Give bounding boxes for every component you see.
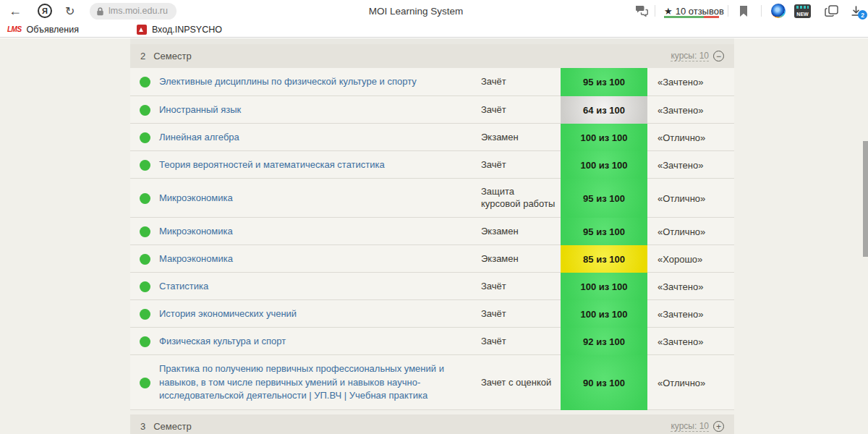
course-link[interactable]: Микроэкономика bbox=[159, 218, 481, 245]
collapse-section-icon[interactable]: − bbox=[713, 51, 724, 61]
table-row: Линейная алгебра Экзамен 100 из 100 «Отл… bbox=[130, 124, 734, 151]
status-dot-cell bbox=[130, 355, 159, 410]
table-row: Статистика Зачёт 100 из 100 «Зачтено» bbox=[130, 273, 734, 300]
lms-logo-icon: LMS bbox=[7, 25, 22, 33]
lock-icon bbox=[96, 7, 104, 16]
rating-bar-positive bbox=[664, 16, 704, 18]
table-row: Микроэкономика Экзамен 95 из 100 «Отличн… bbox=[130, 218, 734, 245]
section-title: Семестр bbox=[153, 421, 191, 432]
vertical-scrollbar-thumb[interactable] bbox=[863, 141, 868, 257]
green-status-dot bbox=[140, 378, 150, 388]
status-dot-cell bbox=[130, 68, 159, 96]
green-status-dot bbox=[140, 77, 150, 88]
bookmark-label: Вход.INPSYCHO bbox=[152, 25, 222, 35]
courses-count-link[interactable]: курсы: 10 bbox=[671, 421, 709, 432]
grades-table: 2 Семестр курсы: 10 − Элективные дисципл… bbox=[130, 38, 734, 434]
green-status-dot bbox=[140, 336, 150, 347]
status-dot-cell bbox=[130, 328, 159, 355]
page-title: MOI Learning System bbox=[369, 0, 464, 22]
download-count-badge: 2 bbox=[858, 10, 867, 20]
course-link[interactable]: История экономических учений bbox=[159, 300, 481, 328]
assessment-type: Зачёт bbox=[481, 300, 561, 328]
course-link[interactable]: Теория вероятностей и математическая ста… bbox=[159, 151, 481, 179]
green-status-dot bbox=[140, 226, 150, 237]
bookmark-label: Объявления bbox=[27, 25, 79, 35]
collections-icon[interactable] bbox=[825, 0, 838, 22]
score-badge-cell: 100 из 100 bbox=[561, 151, 647, 179]
status-dot-cell bbox=[130, 124, 159, 151]
assessment-type: Зачёт bbox=[481, 96, 561, 124]
green-status-dot bbox=[140, 281, 150, 292]
score-badge-cell: 92 из 100 bbox=[561, 328, 647, 355]
course-link[interactable]: Микроэкономика bbox=[159, 179, 481, 218]
section-title: Семестр bbox=[153, 51, 191, 61]
status-dot-cell bbox=[130, 218, 159, 245]
address-bar[interactable]: lms.moi.edu.ru bbox=[90, 0, 176, 22]
status-dot-cell bbox=[130, 96, 159, 124]
star-icon: ★ bbox=[664, 6, 673, 17]
grade-text: «Зачтено» bbox=[647, 273, 734, 300]
course-link[interactable]: Практика по получению первичных професси… bbox=[159, 355, 481, 410]
green-status-dot bbox=[140, 254, 150, 265]
green-status-dot bbox=[140, 193, 150, 204]
green-status-dot bbox=[140, 132, 150, 143]
browser-window: ← Я ↻ lms.moi.edu.ru MOI Learning System… bbox=[0, 0, 868, 434]
score-badge: 90 из 100 bbox=[561, 355, 647, 410]
score-badge-cell: 100 из 100 bbox=[561, 273, 647, 300]
score-badge: 92 из 100 bbox=[561, 328, 647, 355]
back-button[interactable]: ← bbox=[9, 0, 22, 22]
score-badge-cell: 85 из 100 bbox=[561, 245, 647, 273]
score-badge: 100 из 100 bbox=[561, 124, 647, 151]
inpsycho-logo-icon bbox=[137, 25, 147, 35]
section-number: 3 bbox=[140, 421, 145, 432]
section-header-semester-2: 2 Семестр курсы: 10 − bbox=[130, 44, 734, 68]
assessment-type: Зачёт bbox=[481, 68, 561, 96]
assessment-type: Защита курсовой работы bbox=[481, 179, 561, 218]
bookmark-item-inpsycho[interactable]: Вход.INPSYCHO bbox=[86, 22, 222, 38]
table-row: Физическая культура и спорт Зачёт 92 из … bbox=[130, 328, 734, 355]
table-row: Микроэкономика Защита курсовой работы 95… bbox=[130, 179, 734, 218]
table-row: Иностранный язык Зачёт 64 из 100 «Зачтен… bbox=[130, 96, 734, 124]
yandex-logo-button[interactable]: Я bbox=[38, 0, 52, 22]
score-badge-cell: 95 из 100 bbox=[561, 179, 647, 218]
extension-circle-icon[interactable] bbox=[771, 0, 786, 22]
table-top-strip bbox=[130, 38, 734, 44]
status-dot-cell bbox=[130, 245, 159, 273]
score-badge: 64 из 100 bbox=[561, 96, 647, 124]
section-number: 2 bbox=[140, 51, 145, 61]
bookmark-flag-icon[interactable] bbox=[739, 0, 748, 22]
table-row: Макроэкономика Экзамен 85 из 100 «Хорошо… bbox=[130, 245, 734, 273]
score-badge-cell: 95 из 100 bbox=[561, 218, 647, 245]
reviews-rating-bar bbox=[664, 16, 719, 18]
reviews-button[interactable]: ★ 10 отзывов bbox=[664, 0, 724, 22]
status-dot-cell bbox=[130, 179, 159, 218]
score-badge-cell: 95 из 100 bbox=[561, 68, 647, 96]
page-content: 2 Семестр курсы: 10 − Элективные дисципл… bbox=[0, 38, 868, 434]
status-dot-cell bbox=[130, 300, 159, 328]
browser-toolbar: ← Я ↻ lms.moi.edu.ru MOI Learning System… bbox=[0, 0, 868, 22]
course-link[interactable]: Физическая культура и спорт bbox=[159, 328, 481, 355]
courses-count-link[interactable]: курсы: 10 bbox=[671, 51, 709, 61]
assessment-type: Зачёт bbox=[481, 328, 561, 355]
expand-section-icon[interactable]: + bbox=[713, 421, 724, 432]
assessment-type: Экзамен bbox=[481, 245, 561, 273]
reviews-label: 10 отзывов bbox=[676, 6, 724, 17]
course-link[interactable]: Макроэкономика bbox=[159, 245, 481, 273]
course-link[interactable]: Статистика bbox=[159, 273, 481, 300]
grade-text: «Зачтено» bbox=[647, 96, 734, 124]
yandex-logo-icon: Я bbox=[38, 4, 52, 18]
bookmark-item-announcements[interactable]: LMS Объявления bbox=[7, 22, 79, 38]
section-header-semester-3: 3 Семестр курсы: 10 + bbox=[130, 414, 734, 434]
course-link[interactable]: Линейная алгебра bbox=[159, 124, 481, 151]
extension-new-icon[interactable]: NEW bbox=[794, 0, 811, 22]
course-link[interactable]: Элективные дисциплины по физической куль… bbox=[159, 68, 481, 96]
score-badge: 95 из 100 bbox=[561, 179, 647, 218]
toolbar-divider bbox=[761, 5, 762, 17]
feedback-icon[interactable] bbox=[635, 0, 648, 22]
course-link[interactable]: Иностранный язык bbox=[159, 96, 481, 124]
table-row: История экономических учений Зачёт 100 и… bbox=[130, 300, 734, 328]
refresh-button[interactable]: ↻ bbox=[65, 0, 75, 22]
table-row: Элективные дисциплины по физической куль… bbox=[130, 68, 734, 96]
new-badge-label: NEW bbox=[794, 12, 811, 17]
score-badge: 85 из 100 bbox=[561, 245, 647, 273]
